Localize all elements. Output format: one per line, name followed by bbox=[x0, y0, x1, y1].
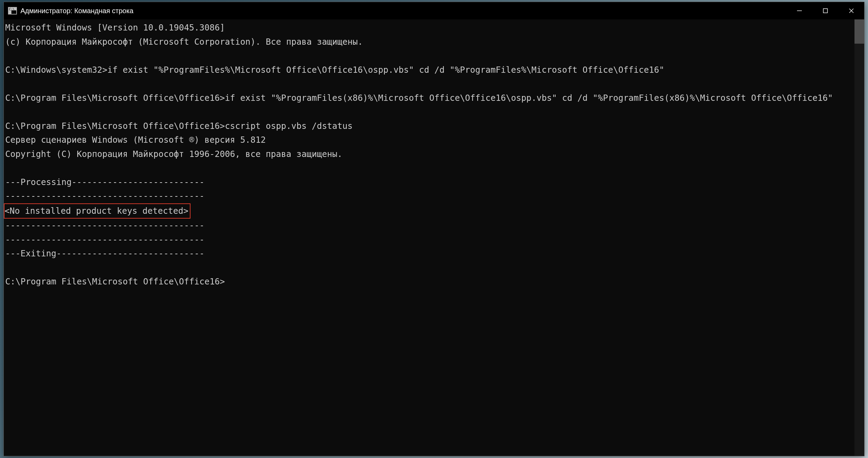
terminal-line: --------------------------------------- bbox=[5, 189, 854, 203]
terminal-line: ---Exiting----------------------------- bbox=[5, 247, 854, 261]
terminal-line: C:\Program Files\Microsoft Office\Office… bbox=[5, 275, 854, 289]
terminal-line: --------------------------------------- bbox=[5, 219, 854, 233]
terminal-line: --------------------------------------- bbox=[5, 233, 854, 247]
terminal-line: <No installed product keys detected> bbox=[5, 203, 854, 219]
terminal-line bbox=[5, 49, 854, 63]
terminal-line bbox=[5, 161, 854, 175]
maximize-button[interactable] bbox=[812, 2, 838, 19]
terminal-line: Copyright (C) Корпорация Майкрософт 1996… bbox=[5, 147, 854, 161]
cmd-window: Администратор: Командная строка Microsof… bbox=[3, 2, 865, 456]
terminal-line: C:\Windows\system32>if exist "%ProgramFi… bbox=[5, 63, 854, 77]
svg-rect-1 bbox=[823, 9, 827, 13]
window-title: Администратор: Командная строка bbox=[20, 7, 133, 15]
terminal-output[interactable]: Microsoft Windows [Version 10.0.19045.30… bbox=[4, 19, 854, 456]
close-button[interactable] bbox=[838, 2, 864, 19]
maximize-icon bbox=[822, 8, 829, 14]
terminal-line bbox=[5, 105, 854, 119]
terminal-line: Сервер сценариев Windows (Microsoft ®) в… bbox=[5, 133, 854, 147]
minimize-button[interactable] bbox=[786, 2, 812, 19]
terminal-line: C:\Program Files\Microsoft Office\Office… bbox=[5, 91, 854, 105]
terminal-line: C:\Program Files\Microsoft Office\Office… bbox=[5, 119, 854, 133]
cmd-icon bbox=[8, 7, 17, 15]
terminal-line bbox=[5, 261, 854, 275]
terminal-line: (c) Корпорация Майкрософт (Microsoft Cor… bbox=[5, 35, 854, 49]
titlebar[interactable]: Администратор: Командная строка bbox=[4, 2, 864, 19]
scroll-thumb[interactable] bbox=[854, 19, 864, 44]
window-controls bbox=[786, 2, 864, 19]
terminal-line: ---Processing-------------------------- bbox=[5, 175, 854, 190]
vertical-scrollbar[interactable] bbox=[854, 19, 864, 456]
terminal-line bbox=[5, 77, 854, 91]
minimize-icon bbox=[796, 8, 803, 14]
highlighted-output: <No installed product keys detected> bbox=[4, 203, 191, 219]
close-icon bbox=[848, 8, 854, 14]
terminal-line: Microsoft Windows [Version 10.0.19045.30… bbox=[5, 21, 854, 35]
